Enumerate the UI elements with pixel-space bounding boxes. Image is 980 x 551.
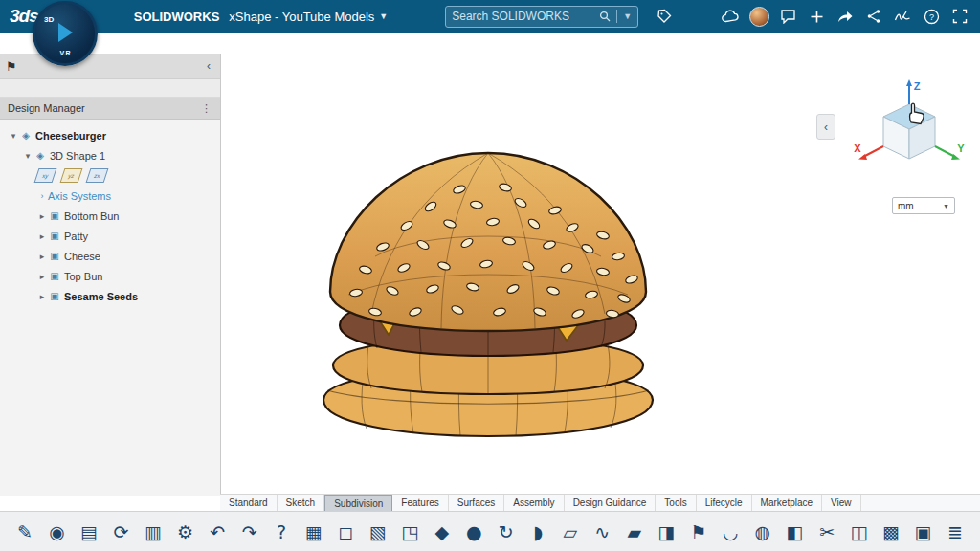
plane-icon-zx[interactable]: zx [86,168,109,183]
plane-icon-xy[interactable]: xy [34,168,57,183]
assembly-icon: ◈ [33,150,47,161]
tab-lifecycle[interactable]: Lifecycle [697,495,752,511]
tab-view[interactable]: View [822,495,861,511]
lattice-icon[interactable]: ▩ [878,518,904,545]
share-nodes-icon[interactable] [859,0,888,33]
badge-vr-label: V.R [59,50,70,56]
search-dropdown-icon[interactable]: ▼ [623,11,632,21]
tab-surfaces[interactable]: Surfaces [449,495,504,511]
sweep-icon[interactable]: ∿ [589,518,615,545]
tab-subdivision[interactable]: Subdivision [324,495,392,511]
bookmark-icon[interactable]: ⚑ [6,59,17,74]
fullscreen-icon[interactable] [946,0,974,33]
expander-icon[interactable]: ▾ [22,151,33,161]
cells-icon[interactable]: ▣ [909,518,936,545]
vertex-icon[interactable]: ◆ [429,518,456,545]
save-icon[interactable]: ▤ [76,518,102,545]
tag-icon[interactable] [650,0,679,33]
panel-title: Design Manager [8,102,85,114]
expander-icon[interactable]: ▸ [36,211,48,221]
face-icon[interactable]: ◨ [653,518,679,545]
sphere-icon[interactable]: ● [460,518,487,545]
sync-icon[interactable]: ⟳ [108,518,135,545]
box-icon[interactable]: ◻ [332,518,359,545]
tree-item-axis-systems[interactable]: ›Axis Systems [0,186,220,206]
bend-icon[interactable]: ◡ [717,518,744,545]
tree-item-sesame-seeds[interactable]: ▸▣Sesame Seeds [0,286,220,306]
expander-icon[interactable]: ▸ [36,272,48,281]
split-icon[interactable]: ◧ [781,518,808,545]
tree-item-cheese[interactable]: ▸▣Cheese [0,246,220,266]
avatar[interactable] [745,0,773,33]
prism-icon[interactable]: ▱ [557,518,584,545]
tab-standard[interactable]: Standard [220,495,278,511]
body-icon: ▣ [48,210,61,221]
panel-gap [0,79,220,98]
wireframe-sphere-icon[interactable]: ◍ [749,518,776,545]
redo-icon[interactable]: ↷ [236,518,263,545]
orbit-icon[interactable]: ◉ [44,518,71,545]
svg-text:?: ? [928,12,933,22]
select-frame-icon[interactable]: ◳ [396,518,423,545]
search-divider [616,10,617,23]
view-cube[interactable]: Z X Y [852,77,967,187]
expander-icon[interactable]: › [36,191,48,201]
tree-item-bottom-bun[interactable]: ▸▣Bottom Bun [0,206,220,226]
extrude-icon[interactable]: ▰ [621,518,648,545]
brand-title: SOLIDWORKS [134,10,220,24]
stack-icon[interactable]: ≣ [942,518,969,545]
settings-icon[interactable]: ⚙ [172,518,199,545]
tab-assembly[interactable]: Assembly [504,495,564,511]
mesh-icon[interactable]: ▧ [365,518,391,545]
expander-icon[interactable]: ▾ [8,131,19,141]
assembly-icon: ◈ [19,130,33,141]
axis-z-label: Z [914,80,921,92]
add-icon[interactable] [802,0,831,33]
tab-design-guidance[interactable]: Design Guidance [565,495,657,511]
undo-icon[interactable]: ↶ [204,518,231,545]
revolve-icon[interactable]: ◗ [524,518,551,545]
cheeseburger-model[interactable] [316,143,660,442]
top-bar: 3ds SOLIDWORKS xShape - YouTube Models ▼… [0,0,980,33]
plane-icon-yz[interactable]: yz [60,168,83,183]
sheets-icon[interactable]: ▥ [140,518,167,545]
help-icon[interactable]: ? [917,0,946,33]
play-badge[interactable]: 3D V.R [33,1,98,66]
app-menu-label: xShape - YouTube Models [229,10,374,24]
axis-y-label: Y [957,143,965,154]
expander-icon[interactable]: ▸ [36,252,48,261]
expander-icon[interactable]: ▸ [36,231,48,241]
panel-collapse-icon[interactable]: ‹ [203,59,214,73]
flag-icon[interactable]: ⚑ [685,518,712,545]
tab-marketplace[interactable]: Marketplace [752,495,822,511]
loop-icon[interactable]: ↻ [493,518,520,545]
topbar-right-icons: ? [716,0,974,33]
body-icon: ▣ [48,231,61,241]
search-input[interactable]: Search SOLIDWORKS ▼ [445,6,638,28]
chat-icon[interactable] [773,0,802,33]
sketch-icon[interactable]: ✎ [11,518,38,545]
share-icon[interactable] [831,0,859,33]
cloud-icon[interactable] [716,0,745,33]
tree-item-patty[interactable]: ▸▣Patty [0,226,220,246]
tree-item-3d-shape-1[interactable]: ▾◈3D Shape 1 [0,145,220,165]
units-dropdown[interactable]: mm ▼ [892,197,955,214]
tree-item-top-bun[interactable]: ▸▣Top Bun [0,266,220,286]
tree-item-planes[interactable]: xyyzzx [0,165,220,186]
tab-features[interactable]: Features [392,495,448,511]
signature-icon[interactable] [888,0,917,33]
panel-title-row: Design Manager ⋮ [0,98,220,120]
kebab-menu-icon[interactable]: ⋮ [201,102,212,115]
pan-left-button[interactable]: ‹ [816,114,835,140]
tab-tools[interactable]: Tools [656,495,696,511]
table-icon[interactable]: ▦ [301,518,327,545]
help-icon[interactable]: ? [268,518,295,545]
tab-sketch[interactable]: Sketch [278,495,325,511]
trim-icon[interactable]: ✂ [813,518,840,545]
expander-icon[interactable]: ▸ [36,292,48,301]
app-menu[interactable]: xShape - YouTube Models ▼ [229,10,388,24]
units-value: mm [898,201,914,211]
body-icon: ▣ [48,251,61,261]
tree-item-cheeseburger[interactable]: ▾◈Cheeseburger [0,125,220,145]
combine-icon[interactable]: ◫ [845,518,872,545]
